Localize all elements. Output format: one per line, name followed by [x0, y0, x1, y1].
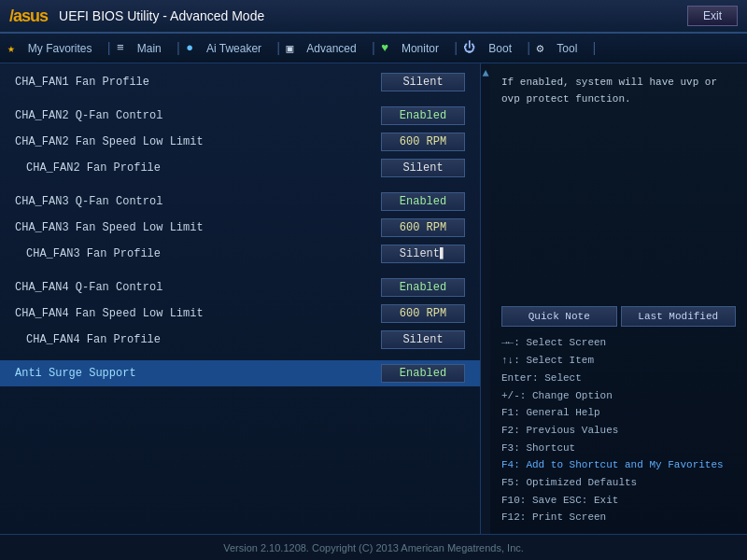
help-line-arrows: →←: Select Screen [501, 334, 736, 352]
help-line-plusminus: +/-: Change Option [501, 387, 736, 405]
row-label: CHA_FAN2 Fan Profile [15, 161, 381, 175]
value-btn-chafan2-speed[interactable]: 600 RPM [381, 133, 465, 151]
menu-row-chafan3-speed[interactable]: CHA_FAN3 Fan Speed Low Limit 600 RPM [0, 215, 480, 241]
menu-row-chafan4-qfan[interactable]: CHA_FAN4 Q-Fan Control Enabled [0, 274, 480, 301]
help-line-f2: F2: Previous Values [501, 422, 736, 440]
menu-row-chafan3-profile[interactable]: CHA_FAN3 Fan Profile Silent▌ [0, 241, 480, 267]
header: /asus UEFI BIOS Utility - Advanced Mode … [0, 0, 747, 34]
heart-icon: ♥ [381, 41, 388, 55]
nav-item-main[interactable]: Main [128, 38, 171, 59]
nav-item-monitor[interactable]: Monitor [392, 38, 448, 59]
menu-row-chafan2-qfan[interactable]: CHA_FAN2 Q-Fan Control Enabled [0, 103, 480, 129]
nav-separator: | [275, 41, 282, 56]
help-line-ud: ↑↓: Select Item [501, 352, 736, 370]
nav-separator: | [590, 41, 598, 56]
footer: Version 2.10.1208. Copyright (C) 2013 Am… [0, 534, 747, 560]
header-title: UEFI BIOS Utility - Advanced Mode [59, 8, 264, 23]
nav-item-tool[interactable]: Tool [547, 38, 586, 59]
row-label: CHA_FAN3 Fan Speed Low Limit [15, 221, 381, 234]
asus-logo: /asus [9, 7, 48, 26]
nav-item-aitweaker[interactable]: Ai Tweaker [197, 38, 271, 59]
menu-row-anti-surge[interactable]: Anti Surge Support Enabled [0, 360, 480, 386]
help-line-f10: F10: Save ESC: Exit [501, 492, 736, 510]
menu-row-chafan4-speed[interactable]: CHA_FAN4 Fan Speed Low Limit 600 RPM [0, 301, 480, 327]
tool-icon: ⚙ [536, 41, 543, 56]
quick-note-button[interactable]: Quick Note [501, 306, 617, 327]
help-line-enter: Enter: Select [501, 370, 736, 387]
row-label: CHA_FAN2 Q-Fan Control [15, 109, 381, 122]
row-label: CHA_FAN4 Q-Fan Control [15, 281, 381, 294]
star-icon: ★ [7, 41, 15, 56]
main-content: CHA_FAN1 Fan Profile Silent CHA_FAN2 Q-F… [0, 63, 747, 534]
power-nav-icon: ⏻ [463, 41, 475, 55]
row-label: CHA_FAN2 Fan Speed Low Limit [15, 135, 381, 148]
menu-row-chafan2-profile[interactable]: CHA_FAN2 Fan Profile Silent [0, 155, 480, 181]
row-label: CHA_FAN3 Fan Profile [15, 247, 381, 260]
circle-icon: ● [186, 41, 193, 55]
value-btn-chafan4-profile[interactable]: Silent [381, 330, 465, 349]
action-buttons: Quick Note Last Modified [501, 306, 736, 327]
help-line-f12: F12: Print Screen [501, 509, 736, 526]
exit-button[interactable]: Exit [687, 6, 738, 26]
help-line-f3: F3: Shortcut [501, 440, 736, 457]
nav-separator: | [452, 41, 459, 56]
advanced-icon: ▣ [287, 41, 294, 56]
help-line-f1: F1: General Help [501, 404, 736, 422]
value-btn-chafan3-qfan[interactable]: Enabled [381, 192, 465, 211]
footer-text: Version 2.10.1208. Copyright (C) 2013 Am… [223, 542, 524, 553]
scroll-up-arrow: ▲ [482, 67, 488, 80]
value-btn-chafan2-qfan[interactable]: Enabled [381, 106, 465, 125]
menu-icon: ≡ [117, 41, 124, 55]
nav-separator: | [525, 41, 532, 56]
info-box: If enabled, system will have uvp or ovp … [501, 71, 736, 146]
info-text: If enabled, system will have uvp or ovp … [501, 77, 717, 105]
right-panel: If enabled, system will have uvp or ovp … [490, 63, 747, 534]
nav-separator: | [370, 41, 377, 56]
nav-item-favorites[interactable]: My Favorites [19, 38, 102, 59]
last-modified-button[interactable]: Last Modified [621, 306, 737, 327]
value-btn-chafan4-qfan[interactable]: Enabled [381, 278, 465, 297]
value-btn-chafan1-profile[interactable]: Silent [381, 73, 465, 91]
menu-row-chafan3-qfan[interactable]: CHA_FAN3 Q-Fan Control Enabled [0, 189, 480, 215]
nav-separator: | [175, 41, 182, 56]
value-btn-anti-surge[interactable]: Enabled [381, 364, 465, 383]
menu-row-chafan4-profile[interactable]: CHA_FAN4 Fan Profile Silent [0, 327, 480, 353]
menu-row-chafan1-profile[interactable]: CHA_FAN1 Fan Profile Silent [0, 69, 480, 95]
row-label: CHA_FAN4 Fan Speed Low Limit [15, 307, 381, 320]
value-btn-chafan2-profile[interactable]: Silent [381, 159, 465, 177]
menu-row-chafan2-speed[interactable]: CHA_FAN2 Fan Speed Low Limit 600 RPM [0, 129, 480, 155]
nav-item-advanced[interactable]: Advanced [297, 38, 365, 59]
nav-bar: ★ My Favorites | ≡ Main | ● Ai Tweaker |… [0, 34, 747, 63]
value-btn-chafan3-profile[interactable]: Silent▌ [381, 245, 465, 263]
nav-item-boot[interactable]: Boot [479, 38, 521, 59]
row-label: CHA_FAN3 Q-Fan Control [15, 195, 381, 208]
row-label: CHA_FAN4 Fan Profile [15, 333, 381, 346]
value-btn-chafan3-speed[interactable]: 600 RPM [381, 218, 465, 237]
row-label-anti-surge: Anti Surge Support [15, 367, 381, 380]
help-line-f4: F4: Add to Shortcut and My Favorites [501, 456, 736, 474]
nav-separator: | [106, 41, 113, 56]
value-btn-chafan4-speed[interactable]: 600 RPM [381, 304, 465, 323]
help-line-f5: F5: Optimized Defaults [501, 474, 736, 492]
help-section: →←: Select Screen ↑↓: Select Item Enter:… [501, 334, 736, 526]
row-label: CHA_FAN1 Fan Profile [15, 76, 381, 89]
left-panel: CHA_FAN1 Fan Profile Silent CHA_FAN2 Q-F… [0, 63, 481, 534]
